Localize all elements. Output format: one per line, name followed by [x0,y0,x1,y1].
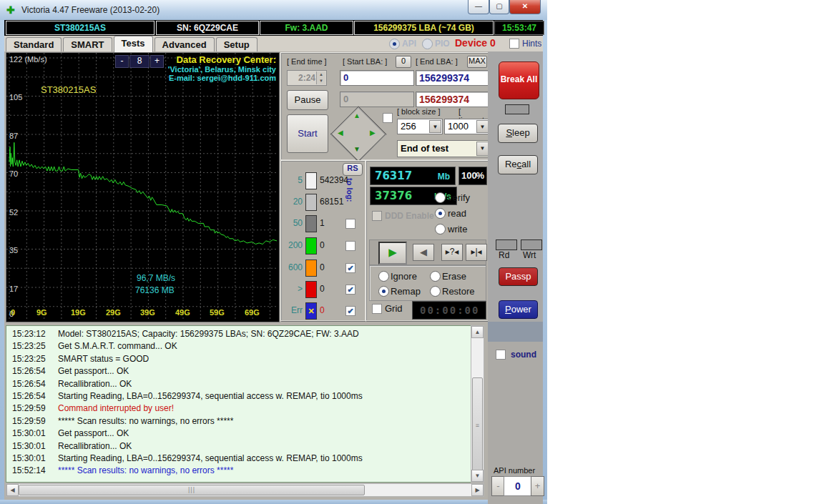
head-position-navigator[interactable]: ▲ ◀ ▶ ▼ [335,112,380,156]
rewind-button[interactable]: ◀ [413,244,434,261]
hints-checkbox[interactable] [509,39,519,49]
chevron-down-icon[interactable]: ▼ [476,120,489,133]
sound-checkbox[interactable] [496,350,506,360]
log-timestamp: 15:23:12 [12,329,46,339]
horizontal-scroll-thumb[interactable]: ||| [19,485,365,495]
recall-button[interactable]: Recall [498,155,538,174]
to-log-checkbox[interactable]: ✔ [345,306,355,316]
banner-email: E-mail: sergei@hdd-911.com [168,74,276,82]
defect-restore-radio[interactable] [430,286,441,297]
api-number-label: API number [494,466,535,475]
write-led [521,239,542,250]
minimize-icon: — [475,2,482,10]
play-button[interactable]: ▶ [378,242,407,265]
tab-smart[interactable]: SMART [63,37,112,51]
log-message: Model: ST380215AS; Capacity: 156299375 L… [58,329,359,339]
histogram-bucket-value: 0 [320,262,325,272]
log-message: SMART status = GOOD [58,354,149,364]
vertical-scroll-thumb[interactable]: ≡ [472,377,483,473]
timeout-select[interactable]: 1000 ▼ [444,119,490,134]
scroll-right-icon[interactable]: ▶ [471,484,484,496]
after-test-action-select[interactable]: End of test ▼ [397,140,490,157]
banner-location: 'Victoria', Belarus, Minsk city [168,65,276,74]
skip-question-button[interactable]: ▸?◂ [441,244,463,261]
log-row: 15:30:01Get passport... OK [6,428,471,440]
graph-zoom-out-button[interactable]: - [115,55,129,68]
verify-radio[interactable] [435,192,446,203]
close-button[interactable]: ✕ [509,0,541,14]
to-log-checkbox[interactable]: ✔ [345,285,355,295]
navigator-up-icon[interactable]: ▲ [353,112,360,119]
window-title: Victoria 4.47 Freeware (2013-02-20) [21,5,160,15]
break-all-button[interactable]: Break All [499,61,539,99]
pause-button[interactable]: Pause [287,90,328,110]
end-lba-max-button[interactable]: MAX [467,56,487,68]
log-row: 15:26:54Get passport... OK [6,366,471,378]
chevron-down-icon[interactable]: ▼ [476,142,489,156]
defect-remap-label: Remap [391,286,421,297]
defect-ignore-radio[interactable] [378,271,389,282]
log-message: Get passport... OK [58,366,129,376]
log-message: ***** Scan results: no warnings, no erro… [58,416,233,426]
graph-zoom-in-button[interactable]: + [150,55,164,68]
rs-button[interactable]: RS [343,163,363,176]
navigator-checkbox[interactable] [383,113,393,123]
minimize-button[interactable]: — [468,0,489,14]
banner: Data Recovery Center: 'Victoria', Belaru… [168,54,276,82]
to-log-checkbox[interactable] [345,219,355,229]
log-timestamp: 15:30:01 [12,441,46,451]
banner-title: Data Recovery Center: [168,54,276,65]
api-label: API [402,39,416,49]
read-radio[interactable] [435,208,446,219]
histogram-bucket-swatch [305,281,317,298]
power-button[interactable]: Power [499,300,538,319]
test-controls-panel: [ End time ] [ Start LBA: ] 0 [ End LBA:… [280,52,489,161]
log-timestamp: 15:29:59 [12,403,46,413]
defect-erase-radio[interactable] [430,271,441,282]
api-number-increment-button[interactable]: + [531,476,544,496]
grid-checkbox[interactable] [372,304,382,314]
passp-button[interactable]: Passp [499,267,538,286]
rewind-icon: ◀ [420,247,427,257]
tab-advanced[interactable]: Advanced [154,37,215,51]
end-lba-input[interactable]: 156299374 [416,70,489,86]
histogram-bucket-swatch [305,194,317,211]
scroll-up-icon[interactable]: ▲ [471,326,484,338]
navigator-left-icon[interactable]: ◀ [338,129,343,137]
start-button[interactable]: Start [287,114,328,153]
latency-histogram-panel: RS to log: 5542394206815150120006000✔>0✔… [280,160,366,322]
scroll-left-icon[interactable]: ◀ [6,484,19,496]
chevron-down-icon[interactable]: ▼ [429,120,441,133]
defect-ignore-label: Ignore [391,271,417,282]
log-horizontal-scrollbar[interactable]: ◀ ||| ▶ [6,483,484,497]
api-number-value[interactable]: 0 [504,476,532,496]
navigator-down-icon[interactable]: ▼ [353,145,360,153]
end-time-spin-buttons[interactable]: ▲▼ [316,71,325,84]
log-message: ***** Scan results: no warnings, no erro… [58,465,233,475]
histogram-bucket-value: 0 [320,305,325,315]
ddd-enable-checkbox[interactable] [372,211,382,221]
to-log-checkbox[interactable] [345,241,355,251]
pio-radio[interactable] [422,39,433,49]
defect-remap-radio[interactable] [378,286,389,297]
title-bar[interactable]: ✚ Victoria 4.47 Freeware (2013-02-20) — … [0,0,547,21]
tab-setup[interactable]: Setup [216,37,258,51]
end-time-spinner[interactable]: 2:24 ▲▼ [287,70,327,86]
skip-end-button[interactable]: ▸|◂ [466,244,487,261]
to-log-checkbox[interactable]: ✔ [345,263,355,273]
start-lba-input[interactable]: 0 [340,70,414,86]
tab-standard[interactable]: Standard [6,37,62,51]
log-message: Recallibration... OK [58,379,132,389]
api-radio[interactable] [389,39,400,49]
log-vertical-scrollbar[interactable]: ▲ ≡ ▼ [471,325,484,483]
scroll-down-icon[interactable]: ▼ [471,470,484,482]
tab-tests[interactable]: Tests [114,36,153,52]
block-size-select[interactable]: 256 ▼ [397,119,443,134]
start-lba-zero-button[interactable]: 0 [396,56,411,68]
navigator-right-icon[interactable]: ▶ [370,129,376,137]
write-radio[interactable] [435,224,446,234]
sleep-button[interactable]: Sleep [498,124,538,143]
maximize-button[interactable]: ▢ [489,0,509,14]
ddd-enable-label: DDD Enable [385,211,434,221]
write-led-label: Wrt [523,250,536,260]
